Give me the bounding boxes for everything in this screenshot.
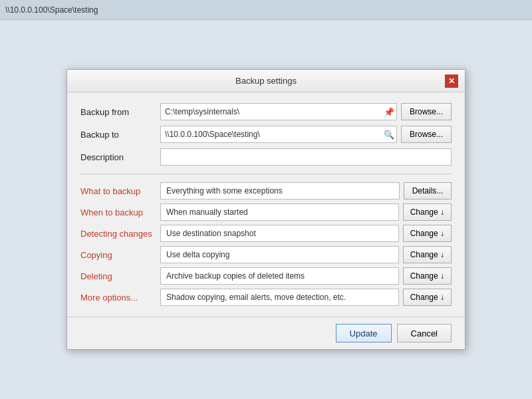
section-divider (80, 174, 452, 174)
backup-to-input-wrapper: 🔍 (160, 126, 397, 143)
backup-to-row: Backup to 🔍 Browse... (80, 126, 452, 143)
dialog-title: Backup settings (87, 76, 445, 86)
pin-icon: 📌 (384, 107, 394, 117)
search-icon: 🔍 (384, 130, 394, 140)
title-bar: \\10.0.0.100\Space\testing (0, 0, 532, 20)
browse-to-button[interactable]: Browse... (401, 126, 452, 143)
description-label: Description (80, 152, 160, 162)
more-change-button[interactable]: Change ↓ (403, 289, 452, 306)
deleting-row: Deleting Archive backup copies of delete… (80, 267, 452, 285)
path-section: Backup from 📌 Browse... Backup to 🔍 Brow… (80, 103, 452, 166)
more-options-value: Shadow copying, email alerts, move detec… (160, 289, 399, 306)
detecting-changes-row: Detecting changes Use destination snapsh… (80, 225, 452, 242)
more-options-row: More options... Shadow copying, email al… (80, 289, 452, 306)
copying-row: Copying Use delta copying Change ↓ (80, 246, 452, 263)
detecting-changes-label: Detecting changes (80, 229, 160, 239)
copying-value: Use delta copying (160, 246, 399, 263)
what-details-button[interactable]: Details... (404, 182, 452, 200)
copying-label: Copying (80, 250, 160, 260)
description-input[interactable] (160, 148, 452, 166)
browse-from-button[interactable]: Browse... (401, 103, 452, 120)
update-button[interactable]: Update (336, 324, 392, 342)
backup-from-input[interactable] (160, 103, 397, 120)
backup-settings-dialog: Backup settings ✕ Backup from 📌 Browse..… (66, 69, 466, 350)
deleting-label: Deleting (80, 271, 160, 281)
backup-to-label: Backup to (80, 130, 160, 140)
deleting-change-button[interactable]: Change ↓ (403, 267, 452, 285)
settings-section: What to backup Everything with some exce… (80, 182, 452, 306)
dialog-footer: Update Cancel (67, 317, 465, 349)
backup-from-label: Backup from (80, 107, 160, 117)
backup-from-row: Backup from 📌 Browse... (80, 103, 452, 120)
dialog-body: Backup from 📌 Browse... Backup to 🔍 Brow… (67, 92, 465, 317)
when-to-backup-value: When manually started (160, 203, 399, 221)
more-options-label: More options... (80, 293, 160, 303)
what-to-backup-row: What to backup Everything with some exce… (80, 182, 452, 200)
when-change-button[interactable]: Change ↓ (403, 203, 452, 221)
deleting-value: Archive backup copies of deleted items (160, 267, 399, 285)
description-row: Description (80, 148, 452, 166)
what-to-backup-label: What to backup (80, 186, 160, 196)
backup-from-input-wrapper: 📌 (160, 103, 397, 120)
detecting-changes-value: Use destination snapshot (160, 225, 399, 242)
when-to-backup-label: When to backup (80, 207, 160, 217)
cancel-button[interactable]: Cancel (397, 324, 452, 342)
when-to-backup-row: When to backup When manually started Cha… (80, 203, 452, 221)
what-to-backup-value: Everything with some exceptions (160, 182, 400, 200)
dialog-titlebar: Backup settings ✕ (67, 70, 465, 92)
window-title: \\10.0.0.100\Space\testing (5, 5, 98, 15)
close-button[interactable]: ✕ (445, 74, 458, 88)
backup-to-input[interactable] (160, 126, 397, 143)
page-background: Backup settings ✕ Backup from 📌 Browse..… (0, 20, 532, 399)
detecting-change-button[interactable]: Change ↓ (403, 225, 452, 242)
copying-change-button[interactable]: Change ↓ (403, 246, 452, 263)
